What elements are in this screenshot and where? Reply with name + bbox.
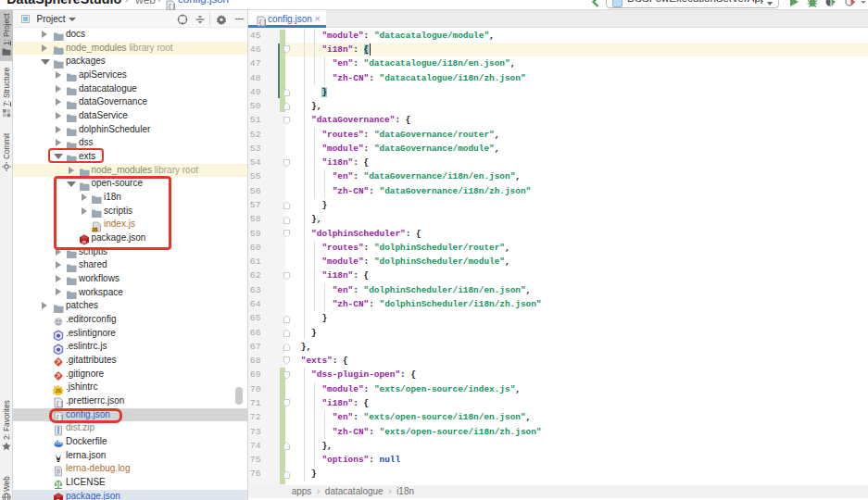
svg-text:JS: JS — [56, 387, 62, 393]
svg-text:{): {) — [56, 400, 63, 407]
svg-text:{): {) — [168, 3, 175, 10]
svg-text:n: n — [57, 496, 60, 500]
svg-text:{): {) — [258, 19, 266, 26]
